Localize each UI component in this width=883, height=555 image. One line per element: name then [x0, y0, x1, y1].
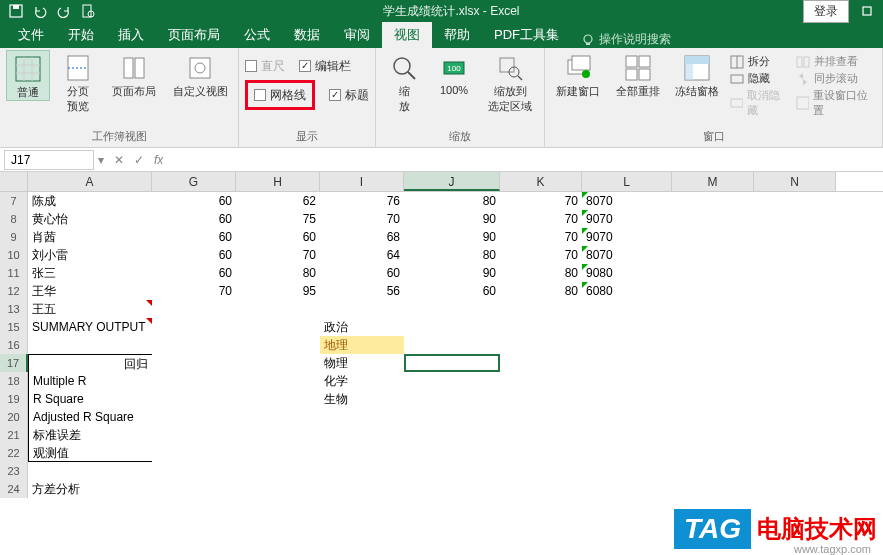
new-window-button[interactable]: 新建窗口	[551, 50, 605, 99]
gridlines-checkbox[interactable]: 网格线	[254, 85, 306, 105]
cell[interactable]: 75	[236, 210, 320, 228]
cell[interactable]	[236, 390, 320, 408]
arrange-all-button[interactable]: 全部重排	[611, 50, 665, 99]
ribbon-options-icon[interactable]	[855, 1, 879, 21]
fx-icon[interactable]: fx	[154, 153, 163, 167]
cell[interactable]: 60	[404, 282, 500, 300]
cell[interactable]: 60	[152, 210, 236, 228]
select-all-corner[interactable]	[0, 172, 28, 191]
cell[interactable]: 68	[320, 228, 404, 246]
cell[interactable]	[672, 480, 754, 498]
cell[interactable]	[152, 390, 236, 408]
cell[interactable]: 80	[236, 264, 320, 282]
cell[interactable]	[672, 210, 754, 228]
cell[interactable]: 8070	[582, 246, 672, 264]
cell[interactable]	[152, 408, 236, 426]
cell[interactable]	[500, 408, 582, 426]
cell[interactable]: 9070	[582, 228, 672, 246]
cell[interactable]	[404, 480, 500, 498]
cell[interactable]: 90	[404, 228, 500, 246]
cell[interactable]: 70	[500, 210, 582, 228]
formula-bar-checkbox[interactable]: 编辑栏	[299, 56, 351, 76]
cell[interactable]	[582, 372, 672, 390]
tab-insert[interactable]: 插入	[106, 22, 156, 48]
cell[interactable]	[582, 354, 672, 372]
cell[interactable]	[672, 228, 754, 246]
cell[interactable]: 60	[152, 264, 236, 282]
col-A[interactable]: A	[28, 172, 152, 191]
cell[interactable]: 64	[320, 246, 404, 264]
cell[interactable]	[672, 282, 754, 300]
col-I[interactable]: I	[320, 172, 404, 191]
cell[interactable]: 95	[236, 282, 320, 300]
cell[interactable]	[404, 336, 500, 354]
cell[interactable]	[582, 408, 672, 426]
tab-data[interactable]: 数据	[282, 22, 332, 48]
custom-views-button[interactable]: 自定义视图	[168, 50, 232, 99]
cell[interactable]	[754, 336, 836, 354]
cell[interactable]	[582, 462, 672, 480]
cell[interactable]	[236, 480, 320, 498]
cell[interactable]: 肖茜	[28, 228, 152, 246]
col-H[interactable]: H	[236, 172, 320, 191]
zoom-button[interactable]: 缩 放	[382, 50, 426, 114]
cell[interactable]	[754, 480, 836, 498]
row-header[interactable]: 10	[0, 246, 28, 264]
cell[interactable]	[754, 390, 836, 408]
save-icon[interactable]	[4, 1, 28, 21]
cell[interactable]	[754, 408, 836, 426]
cell[interactable]: 76	[320, 192, 404, 210]
cell[interactable]	[152, 354, 236, 372]
cell[interactable]	[404, 318, 500, 336]
cell[interactable]: 70	[320, 210, 404, 228]
page-break-preview-button[interactable]: 分页 预览	[56, 50, 100, 114]
cell[interactable]	[582, 426, 672, 444]
cell[interactable]	[672, 246, 754, 264]
selected-cell[interactable]	[404, 354, 500, 372]
cell[interactable]	[500, 318, 582, 336]
cell[interactable]	[672, 318, 754, 336]
cell[interactable]	[754, 192, 836, 210]
cell[interactable]	[404, 372, 500, 390]
cell[interactable]: 80	[404, 246, 500, 264]
cell[interactable]: 60	[152, 228, 236, 246]
cell[interactable]	[672, 426, 754, 444]
cell[interactable]	[582, 390, 672, 408]
cell[interactable]	[152, 336, 236, 354]
cell[interactable]	[236, 372, 320, 390]
cell[interactable]: 张三	[28, 264, 152, 282]
tab-home[interactable]: 开始	[56, 22, 106, 48]
cell[interactable]	[404, 462, 500, 480]
cell[interactable]	[754, 300, 836, 318]
cell[interactable]: 80	[500, 282, 582, 300]
cell[interactable]: 王华	[28, 282, 152, 300]
cell[interactable]	[320, 480, 404, 498]
cell[interactable]	[500, 462, 582, 480]
cell[interactable]	[754, 444, 836, 462]
cell[interactable]	[236, 408, 320, 426]
hide-button[interactable]: 隐藏	[730, 71, 789, 86]
cell[interactable]: 56	[320, 282, 404, 300]
cell[interactable]	[672, 408, 754, 426]
cell[interactable]	[754, 264, 836, 282]
col-L[interactable]: L	[582, 172, 672, 191]
cell[interactable]	[754, 462, 836, 480]
cell[interactable]	[152, 444, 236, 462]
cell[interactable]	[672, 462, 754, 480]
cell[interactable]	[500, 444, 582, 462]
cell[interactable]	[754, 372, 836, 390]
cell[interactable]	[672, 192, 754, 210]
cell[interactable]	[500, 372, 582, 390]
cell[interactable]	[404, 408, 500, 426]
cell[interactable]	[582, 318, 672, 336]
cell[interactable]	[672, 390, 754, 408]
cell[interactable]	[754, 282, 836, 300]
cell[interactable]	[672, 444, 754, 462]
row-header[interactable]: 12	[0, 282, 28, 300]
cell[interactable]	[754, 228, 836, 246]
cell[interactable]	[236, 336, 320, 354]
cell[interactable]	[754, 354, 836, 372]
tell-me-search[interactable]: 操作说明搜索	[581, 31, 671, 48]
cell[interactable]: 8070	[582, 192, 672, 210]
cell[interactable]	[28, 336, 152, 354]
